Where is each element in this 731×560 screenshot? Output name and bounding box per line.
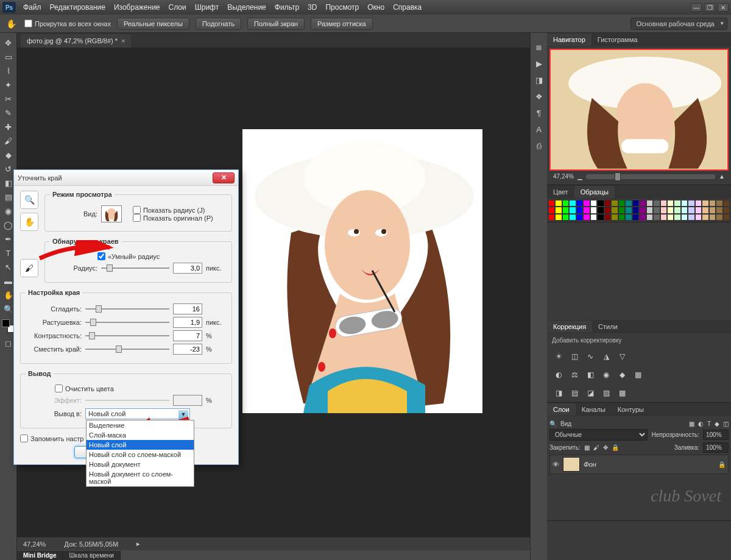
swatch[interactable] [611, 214, 618, 221]
swatch[interactable] [555, 214, 562, 221]
swatch[interactable] [653, 214, 660, 221]
swatch[interactable] [723, 214, 730, 221]
swatch[interactable] [562, 207, 569, 213]
remember-settings-checkbox[interactable]: Запомнить настр [20, 434, 83, 442]
print-size-button[interactable]: Размер оттиска [311, 18, 373, 30]
adj-curves-icon[interactable]: ∿ [585, 351, 596, 362]
swatch[interactable] [723, 207, 730, 213]
swatch[interactable] [681, 200, 688, 207]
adj-levels-icon[interactable]: ◫ [569, 351, 580, 362]
dock-icon-1[interactable]: ≣ [532, 40, 546, 54]
heal-tool-icon[interactable]: ✚ [1, 120, 16, 133]
swatch[interactable] [695, 214, 702, 221]
menu-view[interactable]: Просмотр [325, 3, 359, 12]
navigator-tab[interactable]: Навигатор [547, 34, 592, 46]
adj-select-icon[interactable]: ▩ [616, 388, 627, 399]
blend-mode-select[interactable]: Обычные [549, 429, 648, 441]
dock-icon-2[interactable]: ▶ [532, 56, 546, 71]
swatch[interactable] [632, 200, 639, 207]
zoom-out-icon[interactable]: ▁ [577, 173, 582, 180]
output-opt-newlayer[interactable]: Новый слой [87, 440, 194, 450]
swatch[interactable] [716, 207, 722, 213]
swatch[interactable] [555, 200, 562, 207]
swatch[interactable] [597, 207, 604, 213]
brush-tool-icon[interactable]: 🖌 [1, 134, 16, 147]
swatch[interactable] [625, 214, 632, 221]
swatch[interactable] [583, 207, 590, 213]
lock-pos-icon[interactable]: ✥ [603, 444, 608, 451]
shift-slider[interactable] [85, 344, 169, 354]
radius-slider[interactable] [101, 263, 169, 273]
swatches-grid[interactable] [547, 199, 731, 222]
swatches-tab[interactable]: Образцы [574, 186, 615, 198]
show-radius-checkbox[interactable]: Показать радиус (J) [133, 206, 213, 214]
swatch[interactable] [590, 207, 597, 213]
menu-3d[interactable]: 3D [308, 3, 317, 12]
move-tool-icon[interactable]: ✥ [1, 36, 16, 49]
adj-bw-icon[interactable]: ◧ [585, 369, 596, 380]
swatch[interactable] [562, 214, 569, 221]
stamp-tool-icon[interactable]: ◆ [1, 148, 16, 161]
output-opt-newdoc[interactable]: Новый документ [87, 459, 194, 469]
lock-paint-icon[interactable]: 🖌 [593, 444, 599, 451]
menu-edit[interactable]: Редактирование [50, 3, 105, 12]
swatch[interactable] [688, 214, 694, 221]
swatch[interactable] [618, 214, 625, 221]
fit-screen-button[interactable]: Подогнать [196, 18, 241, 30]
menu-file[interactable]: Файл [23, 3, 41, 12]
swatch[interactable] [639, 200, 646, 207]
swatch[interactable] [674, 207, 680, 213]
swatch[interactable] [646, 200, 653, 207]
layer-row-background[interactable]: 👁 Фон 🔒 [549, 455, 729, 474]
adj-lookup-icon[interactable]: ▦ [632, 369, 643, 380]
close-tab-icon[interactable]: × [121, 37, 125, 44]
opacity-input[interactable] [703, 430, 729, 440]
adjustments-tab[interactable]: Коррекция [547, 321, 592, 333]
full-screen-button[interactable]: Полный экран [247, 18, 305, 30]
navigator-thumbnail[interactable] [549, 49, 729, 171]
swatch[interactable] [646, 207, 653, 213]
swatch[interactable] [632, 214, 639, 221]
histogram-tab[interactable]: Гистограмма [592, 34, 644, 46]
window-close-button[interactable]: ✕ [718, 3, 729, 12]
swatch[interactable] [709, 207, 716, 213]
swatch[interactable] [681, 207, 688, 213]
zoom-in-icon[interactable]: ▲ [719, 173, 725, 180]
feather-input[interactable] [173, 317, 202, 328]
feather-slider[interactable] [85, 317, 169, 327]
adj-poster-icon[interactable]: ▤ [569, 388, 580, 399]
swatch[interactable] [625, 207, 632, 213]
filter-adj-icon[interactable]: ◐ [698, 420, 704, 427]
output-to-select[interactable]: Новый слой ▼ Выделение Слой-маска Новый … [85, 408, 190, 419]
refine-zoom-icon[interactable]: 🔍 [20, 191, 38, 209]
workspace-dropdown[interactable]: Основная рабочая среда [630, 18, 727, 30]
mini-bridge-tab[interactable]: Mini Bridge [17, 551, 63, 560]
output-opt-selection[interactable]: Выделение [87, 420, 194, 430]
adj-invert-icon[interactable]: ◨ [553, 388, 564, 399]
contrast-slider[interactable] [85, 331, 169, 341]
adj-mixer-icon[interactable]: ◆ [616, 369, 627, 380]
swatch[interactable] [590, 214, 597, 221]
styles-tab[interactable]: Стили [592, 321, 624, 333]
dock-icon-5[interactable]: ¶ [532, 105, 546, 120]
lock-trans-icon[interactable]: ▦ [584, 444, 590, 451]
swatch[interactable] [597, 200, 604, 207]
swatch[interactable] [604, 200, 611, 207]
wand-tool-icon[interactable]: ✦ [1, 78, 16, 91]
marquee-tool-icon[interactable]: ▭ [1, 50, 16, 63]
adj-hue-icon[interactable]: ◐ [553, 369, 564, 380]
swatch[interactable] [688, 200, 694, 207]
swatch[interactable] [639, 214, 646, 221]
layers-tab[interactable]: Слои [547, 403, 576, 416]
layer-filter-icon[interactable]: 🔍 [549, 420, 557, 427]
crop-tool-icon[interactable]: ✂ [1, 92, 16, 105]
adj-brightness-icon[interactable]: ☀ [553, 351, 564, 362]
swatch[interactable] [702, 207, 708, 213]
fill-input[interactable] [703, 442, 729, 453]
smooth-slider[interactable] [85, 304, 169, 314]
swatch[interactable] [555, 207, 562, 213]
swatch[interactable] [569, 200, 576, 207]
view-thumbnail-dropdown[interactable] [101, 205, 122, 222]
radius-input[interactable] [173, 263, 202, 274]
swatch[interactable] [548, 200, 555, 207]
